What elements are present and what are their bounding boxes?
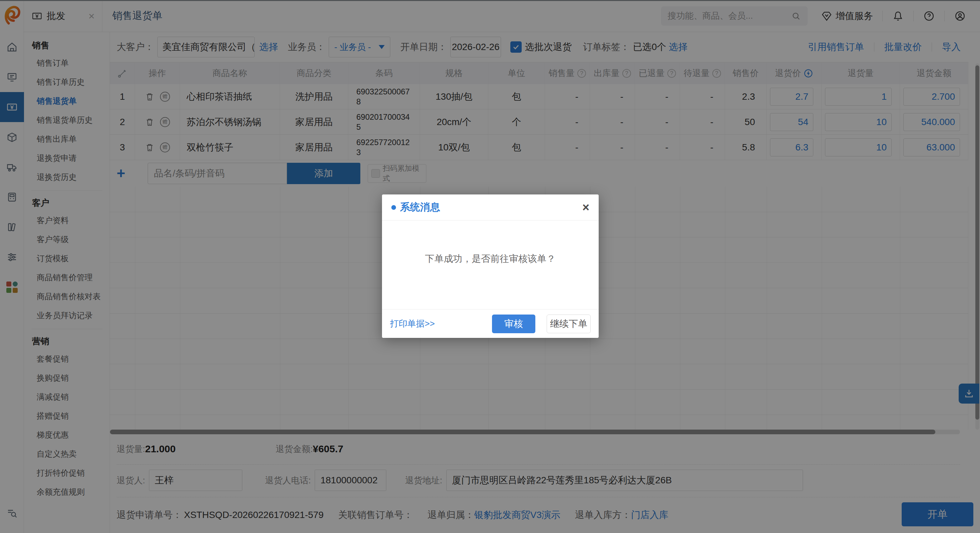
dialog-footer: 打印单据>> 审核 继续下单	[382, 309, 599, 338]
bullet-dot-icon	[391, 205, 396, 210]
continue-order-button[interactable]: 继续下单	[547, 314, 591, 333]
audit-button[interactable]: 审核	[492, 314, 535, 333]
system-message-dialog: 系统消息 × 下单成功，是否前往审核该单？ 打印单据>> 审核 继续下单	[382, 195, 599, 338]
dialog-title: 系统消息	[400, 201, 440, 214]
dialog-message: 下单成功，是否前往审核该单？	[425, 252, 556, 309]
close-icon[interactable]: ×	[582, 201, 589, 214]
print-receipt-link[interactable]: 打印单据>>	[390, 318, 435, 330]
dialog-body: 下单成功，是否前往审核该单？	[382, 220, 599, 309]
dialog-header: 系统消息 ×	[382, 195, 599, 220]
